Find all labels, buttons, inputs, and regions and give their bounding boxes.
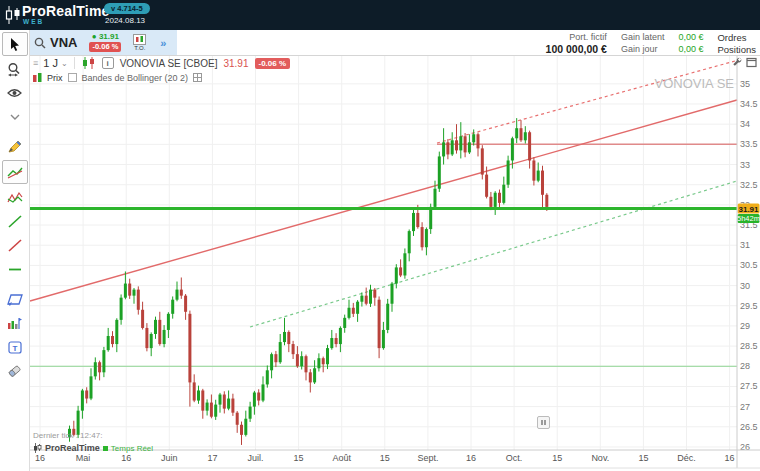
text-tool[interactable]: T (3, 336, 27, 358)
positions-link[interactable]: Positions (717, 44, 756, 55)
green-line-tool[interactable] (3, 210, 27, 232)
draw-tool[interactable] (3, 136, 27, 158)
horizontal-line-tool[interactable] (3, 258, 27, 280)
visibility-tool[interactable] (3, 82, 27, 104)
eye-icon (7, 88, 22, 98)
last-tick-label: Dernier tick : 12:47: (33, 431, 102, 440)
zoom-tool[interactable] (3, 58, 27, 80)
drawing-toolbar: T (0, 30, 30, 471)
to-icon (133, 34, 146, 45)
chart-brand-footer: ProRealTime Temps Réel (33, 443, 153, 453)
gain-jour-label: Gain jour (621, 44, 658, 55)
search-icon (34, 37, 46, 49)
instrument-change-badge: -0.06 % (255, 58, 291, 69)
svg-text:35: 35 (740, 79, 750, 89)
red-diagonal-line-icon (8, 239, 22, 252)
svg-text:29.5: 29.5 (740, 301, 758, 311)
eraser-icon (7, 364, 22, 378)
bollinger-label[interactable]: Bandes de Bollinger (20 2) (82, 73, 189, 83)
svg-text:16: 16 (466, 453, 476, 463)
timeframe-dropdown[interactable]: 1 J ⌄ (43, 57, 67, 69)
svg-text:28.5: 28.5 (740, 341, 758, 351)
cursor-icon (8, 37, 22, 52)
svg-text:Nov.: Nov. (591, 453, 609, 463)
chevron-down-icon: ⌄ (61, 59, 68, 68)
eraser-tool[interactable] (3, 360, 27, 382)
chevron-down-icon (10, 114, 20, 120)
price-legend-icon (33, 73, 42, 82)
account-summary: Port. fictif 100 000,00 € Gain latent Ga… (546, 32, 756, 55)
timeframe-value: 1 J (43, 57, 58, 69)
svg-text:33.5: 33.5 (740, 139, 758, 149)
realtime-dot (103, 446, 108, 451)
portfolio-value: 100 000,00 € (546, 44, 607, 55)
svg-text:Juin: Juin (161, 453, 178, 463)
chart-header: ≡ 1 J ⌄ i VONOVIA SE [CBOE] 31.91 -0.06 … (33, 56, 290, 70)
orders-link[interactable]: Ordres (717, 32, 746, 43)
pencil-icon (7, 140, 22, 154)
instrument-watermark: VONOVIA SE (655, 76, 734, 91)
bollinger-checkbox[interactable] (68, 73, 77, 82)
realtime-label: Temps Réel (111, 444, 153, 453)
svg-text:16: 16 (121, 453, 131, 463)
patterns-tool[interactable] (3, 186, 27, 208)
svg-text:5h42m: 5h42m (737, 214, 760, 223)
collapse-toolbar-chevron[interactable] (3, 106, 27, 128)
svg-text:Mai: Mai (76, 453, 91, 463)
zoom-horizontal-icon (7, 62, 22, 77)
chart-flag-icon (7, 317, 22, 330)
annotations-tool[interactable] (3, 312, 27, 334)
text-icon: T (8, 341, 22, 354)
app-logo-sub: WEB (23, 18, 44, 25)
cursor-tool[interactable] (2, 32, 28, 56)
svg-text:Déc.: Déc. (677, 453, 696, 463)
svg-text:15: 15 (638, 453, 648, 463)
svg-text:Août: Août (332, 453, 351, 463)
gain-values: 0,00 € 0,00 € (678, 32, 703, 55)
svg-text:15: 15 (380, 453, 390, 463)
expand-panel-chevron[interactable]: » (160, 37, 166, 49)
gain-latent-label: Gain latent (621, 32, 665, 43)
green-diagonal-line-icon (8, 215, 22, 228)
search-input[interactable]: VNA (50, 35, 77, 50)
app-logo-text: ProRealTime (22, 3, 110, 19)
polygon-tool[interactable] (3, 288, 27, 310)
svg-text:28: 28 (740, 361, 750, 371)
svg-text:30: 30 (740, 281, 750, 291)
svg-text:16: 16 (725, 453, 735, 463)
svg-text:29: 29 (740, 321, 750, 331)
indicator-settings-icon[interactable] (193, 73, 202, 82)
svg-text:33: 33 (740, 160, 750, 170)
svg-text:15: 15 (552, 453, 562, 463)
svg-text:26.5: 26.5 (740, 422, 758, 432)
instrument-search[interactable]: VNA ● 31.91 -0.06 % T.O. » (30, 30, 177, 55)
prorealtime-mini-icon (33, 443, 42, 453)
candlestick-chart[interactable]: 16Mai16Juin17Juil.15Août15Sept.16Oct.15N… (0, 0, 760, 471)
polygon-icon (7, 293, 23, 306)
svg-text:27.5: 27.5 (740, 381, 758, 391)
svg-text:Oct.: Oct. (506, 453, 523, 463)
event-marker-icon[interactable] (537, 416, 550, 429)
svg-text:16: 16 (35, 453, 45, 463)
chart-type-icon[interactable] (81, 57, 96, 69)
instrument-price: 31.91 (223, 58, 248, 69)
gain-jour-value: 0,00 € (678, 44, 703, 55)
patterns-icon (7, 191, 23, 204)
svg-text:Juil.: Juil. (247, 453, 263, 463)
svg-text:34: 34 (740, 119, 750, 129)
drag-handle-icon[interactable]: ≡ (33, 58, 37, 68)
trendlines-tool[interactable] (2, 160, 28, 184)
price-legend-label[interactable]: Prix (47, 73, 63, 83)
wrench-icon[interactable] (731, 57, 742, 68)
detach-window-icon[interactable] (746, 57, 757, 68)
last-price-mini: ● 31.91 (92, 33, 119, 41)
red-line-tool[interactable] (3, 234, 27, 256)
svg-text:32.5: 32.5 (740, 180, 758, 190)
portfolio-block: Port. fictif 100 000,00 € (546, 32, 607, 55)
chart-legend-row: Prix Bandes de Bollinger (20 2) (33, 72, 202, 83)
info-icon[interactable]: i (102, 57, 114, 69)
trading-orders-button[interactable]: T.O. (133, 34, 146, 51)
brand-text: ProRealTime (45, 443, 100, 453)
version-badge: v 4.714-5 (104, 3, 150, 14)
svg-text:31: 31 (740, 240, 750, 250)
